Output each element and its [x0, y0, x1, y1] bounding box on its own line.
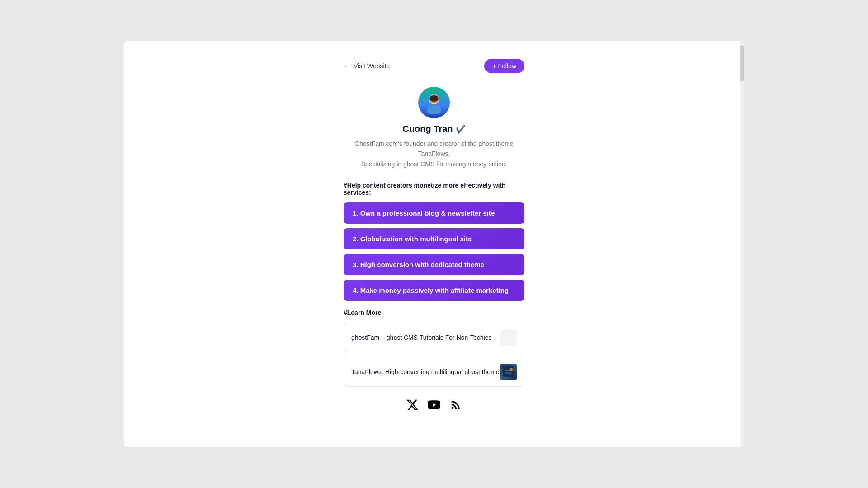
service-btn-1[interactable]: 1. Own a professional blog & newsletter … [344, 202, 524, 224]
learn-more-heading: #Learn More [344, 309, 524, 316]
follow-label: + Follow [492, 62, 516, 70]
scrollbar-thumb[interactable] [740, 45, 744, 81]
service-btn-2[interactable]: 2. Globalization with multilingual site [344, 228, 524, 249]
svg-point-1 [427, 105, 441, 114]
service-btn-1-label: 1. Own a professional blog & newsletter … [353, 209, 495, 217]
user-bio: GhostFam.com's founder and creator of th… [344, 139, 524, 169]
svg-point-4 [429, 95, 439, 102]
visit-website-link[interactable]: ← Visit Website [344, 62, 390, 70]
service-btn-3-label: 3. High conversion with dedicated theme [353, 261, 484, 268]
service-btn-4-label: 4. Make money passively with affiliate m… [353, 286, 509, 294]
verified-badge-icon: ✔️ [456, 124, 466, 134]
link-card-1-thumb [500, 329, 517, 346]
link-card-2[interactable]: TanaFlows: High-converting multilingual … [344, 357, 524, 387]
follow-button[interactable]: + Follow [484, 59, 524, 73]
bio-line1: GhostFam.com's founder and creator of th… [354, 140, 513, 157]
youtube-icon[interactable] [428, 399, 440, 411]
rss-icon-svg [449, 399, 462, 411]
services-heading: #Help content creators monetize more eff… [344, 182, 524, 196]
link-card-1-label: ghostFam – ghost CMS Tutorials For Non-T… [351, 334, 491, 341]
link-card-2-label: TanaFlows: High-converting multilingual … [351, 368, 500, 375]
user-name-row: Cuong Tran ✔️ [402, 124, 465, 134]
bio-line2: Specializing in ghost CMS for making mon… [361, 160, 507, 168]
main-window: ← Visit Website + Follow Cuong Tran [124, 41, 744, 447]
x-icon-svg [406, 399, 419, 411]
svg-point-9 [510, 368, 513, 371]
top-bar: ← Visit Website + Follow [344, 59, 524, 73]
page-content: ← Visit Website + Follow Cuong Tran [335, 41, 533, 438]
svg-rect-8 [505, 373, 512, 374]
service-btn-2-label: 2. Globalization with multilingual site [353, 235, 472, 243]
user-name: Cuong Tran [402, 124, 453, 134]
youtube-icon-svg [428, 399, 440, 411]
link-card-2-thumb [500, 364, 517, 380]
rss-icon[interactable] [449, 399, 462, 411]
back-arrow-icon: ← [344, 62, 351, 70]
link-card-1[interactable]: ghostFam – ghost CMS Tutorials For Non-T… [344, 323, 524, 352]
social-icons-row [406, 399, 462, 411]
avatar-image [418, 87, 450, 118]
service-btn-4[interactable]: 4. Make money passively with affiliate m… [344, 280, 524, 301]
service-btn-3[interactable]: 3. High conversion with dedicated theme [344, 254, 524, 275]
scrollbar[interactable] [740, 41, 744, 447]
link-card-2-thumb-image [500, 364, 517, 380]
x-twitter-icon[interactable] [406, 399, 419, 411]
visit-website-label: Visit Website [354, 62, 390, 70]
avatar [418, 87, 450, 118]
svg-rect-7 [505, 372, 511, 373]
